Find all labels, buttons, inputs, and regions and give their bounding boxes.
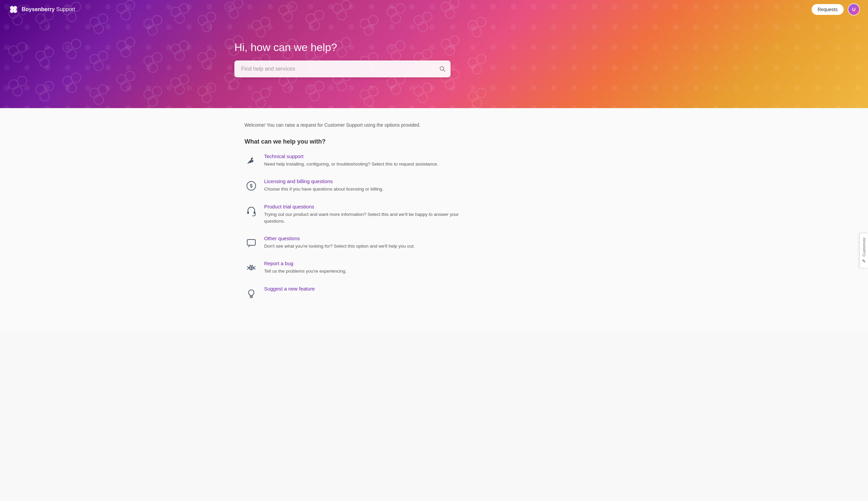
technical-support-text: Technical support Need help installing, … <box>264 153 438 168</box>
svg-rect-174 <box>247 239 255 245</box>
bug-text: Report a bug Tell us the problems you're… <box>264 260 347 275</box>
support-item-bug[interactable]: Report a bug Tell us the problems you're… <box>245 260 461 275</box>
support-item-feature[interactable]: Suggest a new feature <box>245 286 461 300</box>
hero-content: Hi, how can we help? <box>0 41 868 77</box>
dollar-icon: $ <box>245 179 258 193</box>
support-item-trial[interactable]: Product trial questions Trying out our p… <box>245 204 461 225</box>
svg-rect-173 <box>254 212 255 214</box>
lightbulb-icon <box>245 287 258 300</box>
licensing-text: Licensing and billing questions Choose t… <box>264 178 383 193</box>
avatar[interactable]: U <box>848 3 860 15</box>
hero-title: Hi, how can we help? <box>235 41 868 54</box>
bug-title[interactable]: Report a bug <box>264 260 347 266</box>
content-wrapper: Welcome! You can raise a request for Cus… <box>235 121 471 300</box>
header-right: Requests U <box>812 3 860 15</box>
svg-point-4 <box>12 8 15 11</box>
trial-text: Product trial questions Trying out our p… <box>264 204 461 225</box>
svg-line-183 <box>252 265 253 266</box>
main-content: Welcome! You can raise a request for Cus… <box>0 108 868 331</box>
bug-desc: Tell us the problems you're experiencing… <box>264 268 347 275</box>
logo[interactable]: Boysenberry Support <box>8 4 75 15</box>
customize-tab[interactable]: Customize ✎ <box>859 233 868 268</box>
bug-icon <box>245 261 258 275</box>
support-items-list: Technical support Need help installing, … <box>245 153 461 300</box>
welcome-text: Welcome! You can raise a request for Cus… <box>245 121 461 129</box>
svg-line-182 <box>250 265 251 266</box>
search-container <box>235 61 451 77</box>
search-icon <box>439 65 446 72</box>
logo-icon <box>8 4 19 15</box>
support-item-other[interactable]: Other questions Don't see what you're lo… <box>245 235 461 250</box>
svg-rect-172 <box>247 212 249 214</box>
requests-button[interactable]: Requests <box>812 4 844 15</box>
svg-line-169 <box>248 163 249 163</box>
trial-desc: Trying out our product and want more inf… <box>264 211 461 225</box>
support-item-licensing[interactable]: $ Licensing and billing questions Choose… <box>245 178 461 193</box>
feature-title[interactable]: Suggest a new feature <box>264 286 315 291</box>
customize-label: Customize <box>862 237 866 256</box>
svg-text:$: $ <box>250 183 253 189</box>
header: Boysenberry Support Requests U <box>0 0 868 19</box>
licensing-title[interactable]: Licensing and billing questions <box>264 178 383 184</box>
other-title[interactable]: Other questions <box>264 235 415 241</box>
logo-text: Boysenberry Support <box>22 7 75 12</box>
other-desc: Don't see what you're looking for? Selec… <box>264 243 415 250</box>
technical-support-desc: Need help installing, configuring, or tr… <box>264 161 438 168</box>
section-title: What can we help you with? <box>245 138 461 145</box>
trial-title[interactable]: Product trial questions <box>264 204 461 210</box>
technical-support-title[interactable]: Technical support <box>264 153 438 159</box>
search-button[interactable] <box>439 65 446 72</box>
licensing-desc: Choose this if you have questions about … <box>264 186 383 193</box>
headset-icon <box>245 204 258 218</box>
chat-icon <box>245 236 258 250</box>
svg-line-179 <box>247 268 249 269</box>
svg-line-181 <box>253 268 255 269</box>
feature-text: Suggest a new feature <box>264 286 315 293</box>
search-input[interactable] <box>235 61 451 77</box>
other-text: Other questions Don't see what you're lo… <box>264 235 415 250</box>
svg-line-168 <box>443 70 445 71</box>
support-item-technical[interactable]: Technical support Need help installing, … <box>245 153 461 168</box>
wrench-icon <box>245 154 258 168</box>
customize-icon: ✎ <box>862 258 866 264</box>
